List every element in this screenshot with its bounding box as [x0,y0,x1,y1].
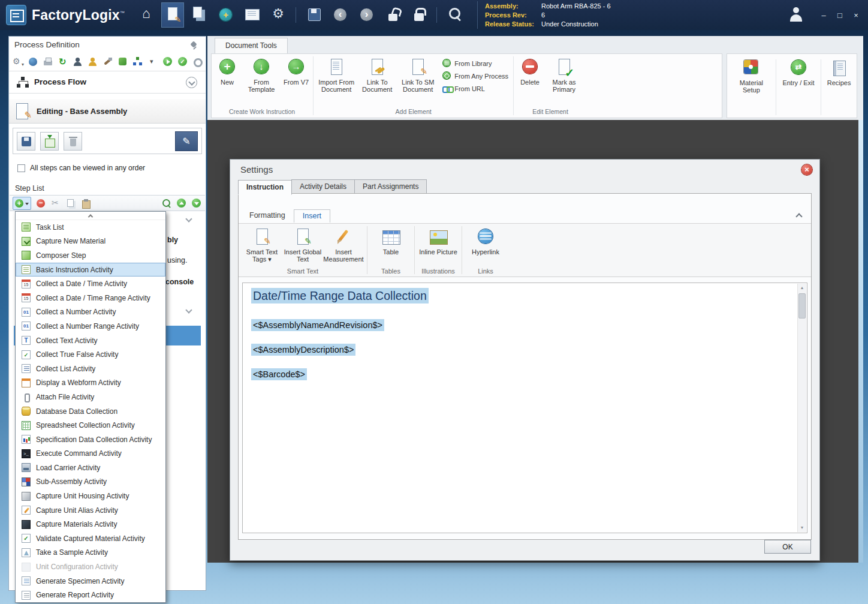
add-step-button[interactable] [13,197,31,210]
menu-item-generate-report-activity[interactable]: Generate Report Activity [16,588,165,602]
import-button[interactable] [40,132,59,151]
close-dialog-icon[interactable] [801,164,812,175]
insert-measurement-button[interactable]: Insert Measurement [323,227,364,263]
menu-item-display-a-webform-activity[interactable]: Display a Webform Activity [16,376,165,390]
link-to-sm-document-button[interactable]: Link To SM Document [397,56,438,94]
save-icon[interactable] [302,2,325,28]
pin-icon[interactable] [190,41,198,50]
collapse-chevron-icon[interactable] [186,308,192,314]
work-instruction-editor-icon[interactable] [161,2,184,28]
share-icon[interactable] [117,56,128,67]
edit-button[interactable] [175,131,198,151]
menu-item-validate-captured-material-activity[interactable]: Validate Captured Material Activity [16,531,165,546]
menu-item-capture-unit-housing-activity[interactable]: Capture Unit Housing Activity [16,489,165,503]
menu-item-task-list[interactable]: Task List [16,220,165,235]
move-down-button[interactable] [191,198,202,209]
from-library-button[interactable]: From Library [442,59,508,68]
tab-activity-details[interactable]: Activity Details [291,179,355,194]
menu-item-collect-text-activity[interactable]: Collect Text Activity [16,333,165,348]
insert-global-text-button[interactable]: Insert Global Text [282,227,323,263]
unlock-icon[interactable] [381,2,404,28]
settings-icon[interactable] [267,2,290,28]
process-stack-icon[interactable] [188,2,210,28]
user-icon[interactable] [786,5,806,25]
expand-circle-icon[interactable] [186,77,197,88]
from-template-button[interactable]: From Template [241,56,282,94]
smart-text-tags-button[interactable]: Smart Text Tags ▾ [242,227,282,263]
approve-icon[interactable] [177,56,188,67]
menu-item-spreadsheet-collection-activity[interactable]: Spreadsheet Collection Activity [16,418,165,432]
mark-as-primary-button[interactable]: Mark as Primary [544,56,584,94]
recipes-button[interactable]: Recipes [825,57,853,86]
maximize-button[interactable]: □ [833,8,847,22]
menu-item-attach-file-activity[interactable]: Attach File Activity [16,390,165,404]
cut-button[interactable] [50,198,61,209]
any-order-checkbox[interactable] [17,164,25,172]
close-button[interactable]: × [849,8,863,22]
back-icon[interactable] [328,2,351,28]
tab-instruction[interactable]: Instruction [238,180,292,195]
link-to-document-button[interactable]: Link To Document [357,56,397,94]
dropdown-icon[interactable] [147,56,158,67]
from-any-process-button[interactable]: From Any Process [442,71,508,80]
collapse-chevron-icon[interactable] [186,217,192,223]
menu-item-collect-a-number-range-activity[interactable]: Collect a Number Range Activity [16,319,165,333]
scroll-up-icon[interactable] [798,284,806,292]
menu-item-collect-list-activity[interactable]: Collect List Activity [16,362,165,376]
audit-icon[interactable] [443,2,466,28]
menu-item-collect-true-false-activity[interactable]: Collect True False Activity [16,347,165,362]
smart-text-tag[interactable]: <$AssemblyNameAndRevision$> [251,319,384,331]
menu-item-execute-command-activity[interactable]: Execute Command Activity [16,447,165,461]
print-icon[interactable] [43,56,53,67]
menu-item-generate-specimen-activity[interactable]: Generate Specimen Activity [16,574,165,588]
menu-item-unit-configuration-activity[interactable]: Unit Configuration Activity [16,560,165,574]
import-from-document-button[interactable]: Import From Document [316,56,357,94]
new-button[interactable]: New [213,56,241,86]
menu-item-collect-a-date-time-activity[interactable]: Collect a Date / Time Activity [16,277,165,291]
inline-picture-button[interactable]: Inline Picture [418,227,459,256]
menu-item-capture-materials-activity[interactable]: Capture Materials Activity [16,517,165,531]
home-icon[interactable] [135,2,158,28]
menu-item-capture-unit-alias-activity[interactable]: Capture Unit Alias Activity [16,503,165,518]
delete-button[interactable] [64,132,82,151]
copy-button[interactable] [65,198,76,209]
menu-item-collect-a-date-time-range-activity[interactable]: Collect a Date / Time Range Activity [16,291,165,305]
documents-icon[interactable] [240,2,263,28]
ribbon-tab-insert[interactable]: Insert [294,209,330,223]
save-button[interactable] [17,132,35,151]
move-up-button[interactable] [176,198,187,209]
from-v7-button[interactable]: From V7 [282,56,311,86]
ok-button[interactable]: OK [764,540,811,554]
collapse-ribbon-icon[interactable] [797,213,803,218]
canvas-scrollbar[interactable] [858,120,863,563]
user-icon[interactable] [88,56,98,67]
table-button[interactable]: Table [370,227,411,256]
document-tools-tab[interactable]: Document Tools [215,38,288,53]
navigator-icon[interactable] [214,2,237,28]
menu-item-collect-a-number-activity[interactable]: Collect a Number Activity [16,305,165,320]
hyperlink-button[interactable]: Hyperlink [465,227,506,256]
menu-item-basic-instruction-activity[interactable]: Basic Instruction Activity [16,263,165,277]
forward-icon[interactable] [355,2,378,28]
editor-scrollbar[interactable] [797,284,806,532]
menu-item-capture-new-material[interactable]: Capture New Material [16,235,165,249]
remove-step-button[interactable] [35,198,46,209]
flow-tree-icon[interactable] [132,56,143,67]
material-setup-button[interactable]: Material Setup [731,57,771,94]
scroll-thumb[interactable] [798,293,806,318]
menu-item-specification-data-collection-activity[interactable]: Specification Data Collection Activity [16,432,165,447]
web-icon[interactable] [28,56,38,67]
play-icon[interactable] [162,56,173,67]
from-url-button[interactable]: From URL [442,84,508,93]
record-icon[interactable] [192,56,203,67]
menu-item-database-data-collection[interactable]: Database Data Collection [16,404,165,419]
scroll-down-icon[interactable] [798,524,806,532]
find-user-icon[interactable] [73,56,83,67]
minimize-button[interactable]: – [816,8,831,22]
menu-item-composer-step[interactable]: Composer Step [16,248,165,263]
tools-icon[interactable] [103,56,113,67]
delete-button[interactable]: Delete [516,56,544,86]
menu-item-sub-assembly-activity[interactable]: Sub-Assembly Activity [16,475,165,489]
smart-text-tag[interactable]: <$Barcode$> [251,368,307,380]
tab-part-assignments[interactable]: Part Assignments [354,179,427,194]
